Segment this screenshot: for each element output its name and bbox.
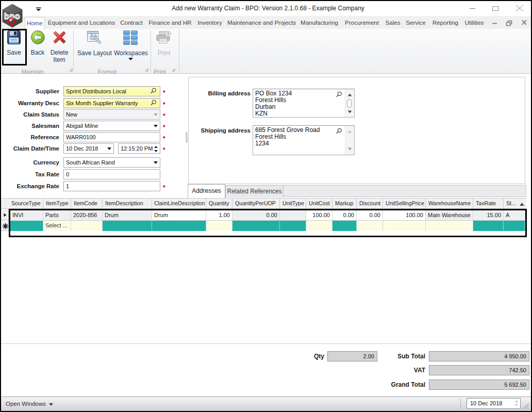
svg-text:?: ? [167, 31, 170, 37]
svg-text:bpo: bpo [4, 12, 20, 21]
